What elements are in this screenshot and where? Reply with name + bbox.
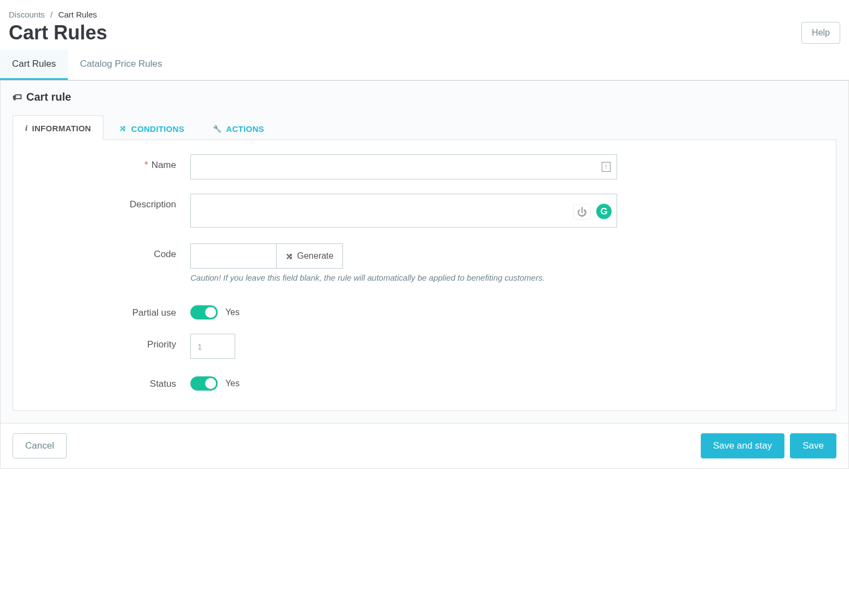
- code-help-text: Caution! If you leave this field blank, …: [190, 273, 617, 282]
- partial-use-toggle[interactable]: [190, 305, 218, 319]
- status-label: Status: [26, 373, 190, 390]
- generate-button[interactable]: ⤮ Generate: [277, 243, 343, 269]
- required-mark: *: [144, 160, 148, 170]
- inner-tabs: i INFORMATION ⤮ CONDITIONS 🔧 ACTIONS: [13, 115, 836, 140]
- name-label: *Name: [26, 154, 190, 171]
- wrench-icon: 🔧: [213, 125, 222, 133]
- code-label: Code: [26, 243, 190, 260]
- priority-input[interactable]: [190, 334, 235, 359]
- save-button[interactable]: Save: [790, 433, 836, 458]
- tab-catalog-price-rules[interactable]: Catalog Price Rules: [68, 50, 174, 80]
- top-tabs: Cart Rules Catalog Price Rules: [0, 50, 849, 80]
- info-icon: i: [25, 124, 27, 133]
- help-button[interactable]: Help: [801, 22, 840, 44]
- breadcrumb-current: Cart Rules: [58, 10, 97, 19]
- grammarly-icon[interactable]: G: [596, 204, 612, 219]
- tab-cart-rules[interactable]: Cart Rules: [0, 50, 68, 80]
- breadcrumb: Discounts / Cart Rules: [9, 10, 840, 19]
- partial-use-label: Partial use: [26, 302, 190, 318]
- save-and-stay-button[interactable]: Save and stay: [701, 433, 785, 458]
- form-panel: *Name ! Description: [13, 140, 836, 411]
- inner-tab-conditions[interactable]: ⤮ CONDITIONS: [107, 115, 196, 140]
- page-title: Cart Rules: [9, 21, 107, 44]
- description-textarea[interactable]: [190, 194, 617, 228]
- generate-label: Generate: [297, 251, 334, 261]
- power-icon[interactable]: ⏻: [573, 204, 591, 219]
- status-toggle[interactable]: [190, 376, 218, 391]
- inner-tab-information[interactable]: i INFORMATION: [13, 115, 103, 140]
- status-state: Yes: [225, 379, 240, 388]
- inner-tab-actions[interactable]: 🔧 ACTIONS: [200, 115, 277, 140]
- language-flag-icon[interactable]: !: [602, 162, 610, 172]
- footer-bar: Cancel Save and stay Save: [0, 423, 849, 469]
- shuffle-icon: ⤮: [119, 124, 126, 133]
- breadcrumb-sep: /: [50, 10, 53, 19]
- inner-tab-information-label: INFORMATION: [32, 124, 91, 133]
- tag-icon: 🏷: [13, 92, 22, 103]
- code-input[interactable]: [190, 243, 277, 269]
- inner-tab-conditions-label: CONDITIONS: [131, 124, 184, 133]
- cancel-button[interactable]: Cancel: [13, 433, 67, 458]
- panel-title: 🏷 Cart rule: [13, 91, 836, 103]
- description-label: Description: [26, 194, 190, 210]
- priority-label: Priority: [26, 334, 190, 350]
- name-input[interactable]: [190, 154, 617, 179]
- breadcrumb-parent[interactable]: Discounts: [9, 10, 45, 19]
- shuffle-icon: ⤮: [286, 251, 293, 261]
- inner-tab-actions-label: ACTIONS: [226, 124, 264, 133]
- partial-use-state: Yes: [225, 307, 240, 317]
- panel-title-text: Cart rule: [26, 91, 71, 103]
- panel: 🏷 Cart rule i INFORMATION ⤮ CONDITIONS 🔧…: [0, 80, 849, 423]
